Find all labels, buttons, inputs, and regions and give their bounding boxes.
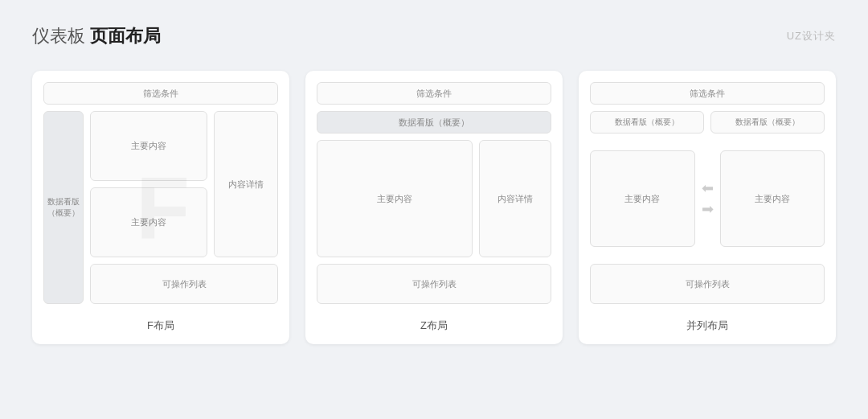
f-content-box-1: 主要内容	[90, 111, 207, 181]
z-list: 可操作列表	[317, 264, 551, 304]
parallel-tab-right: 数据看版（概要）	[710, 111, 825, 134]
parallel-filter-bar: 筛选条件	[590, 82, 825, 105]
f-detail: 内容详情	[214, 111, 278, 257]
parallel-body: 主要内容 ⬅ ➡ 主要内容	[590, 140, 825, 257]
f-list: 可操作列表	[90, 264, 278, 304]
parallel-main-right: 主要内容	[720, 150, 825, 247]
parallel-layout-card: 筛选条件 数据看版（概要） 数据看版（概要） 主要内容 ⬅ ➡	[579, 71, 836, 344]
f-layout-card: F 筛选条件 数据看版（概要） 主要内容 主要内容	[32, 71, 289, 344]
page-title: 仪表板 页面布局	[32, 24, 161, 48]
parallel-main-left: 主要内容	[590, 150, 695, 247]
parallel-layout-label: 并列布局	[590, 318, 825, 333]
z-body: 主要内容 内容详情	[317, 140, 551, 257]
f-filter-bar: 筛选条件	[43, 82, 278, 105]
header: 仪表板 页面布局 UZ设计夹	[32, 24, 836, 48]
f-content-box-2: 主要内容	[90, 187, 207, 257]
z-filter-bar: 筛选条件	[317, 82, 551, 105]
z-layout-label: Z布局	[317, 318, 551, 333]
layouts-container: F 筛选条件 数据看版（概要） 主要内容 主要内容	[32, 71, 836, 344]
arrow-left-icon: ⬅	[702, 179, 714, 197]
f-layout-label: F布局	[43, 318, 278, 333]
f-body: 数据看版（概要） 主要内容 主要内容 内容详情	[43, 111, 278, 304]
parallel-tabs-row: 数据看版（概要） 数据看版（概要）	[590, 111, 825, 134]
f-main-content: 主要内容 主要内容	[90, 111, 207, 257]
title-light: 仪表板	[32, 26, 85, 46]
title-bold: 页面布局	[90, 26, 161, 46]
page: 仪表板 页面布局 UZ设计夹 F 筛选条件 数据看版（概要） 主	[0, 0, 868, 419]
parallel-tab-left: 数据看版（概要）	[590, 111, 704, 134]
f-top-row: 主要内容 主要内容 内容详情	[90, 111, 278, 257]
arrow-right-icon: ➡	[702, 200, 714, 218]
z-layout-card: 7 筛选条件 数据看版（概要） 主要内容 内容详情 可操作列表 Z布局	[305, 71, 563, 344]
z-tabs: 数据看版（概要）	[317, 111, 551, 134]
parallel-list: 可操作列表	[590, 264, 825, 304]
z-main-content: 主要内容	[317, 140, 473, 257]
brand-label: UZ设计夹	[787, 29, 836, 43]
z-detail: 内容详情	[479, 140, 551, 257]
f-main: 主要内容 主要内容 内容详情 可操作列表	[90, 111, 278, 304]
f-sidebar: 数据看版（概要）	[43, 111, 84, 304]
parallel-arrow: ⬅ ➡	[702, 179, 714, 218]
